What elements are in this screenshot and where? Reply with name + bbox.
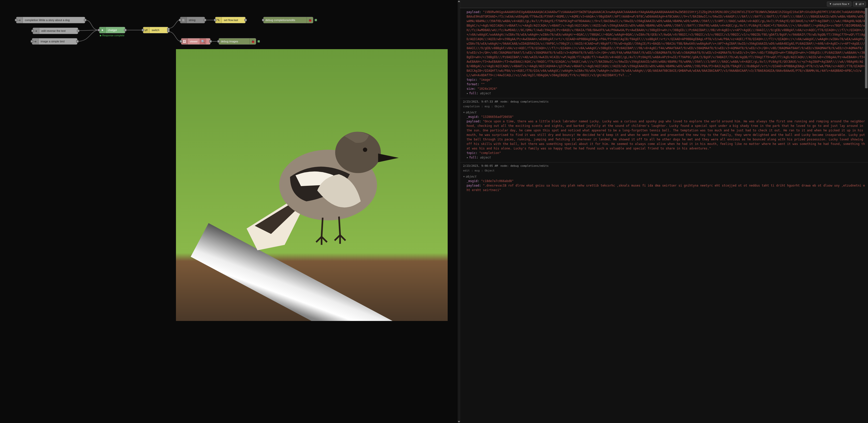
node-label: set flow.last (222, 19, 240, 22)
timestamp: 2/23/2023, 9:08:05 AM (463, 164, 498, 168)
output-port[interactable] (204, 19, 206, 21)
node-label: image a simple bird (39, 40, 66, 43)
input-port[interactable] (180, 40, 182, 42)
expand-caret[interactable]: ▸ (466, 155, 469, 160)
output-port[interactable] (244, 19, 247, 21)
string-node[interactable]: ⎘ string (180, 17, 205, 23)
node-name: node: debug completions/edits (500, 164, 549, 168)
inject-button[interactable] (15, 19, 17, 21)
chevron-down-icon: ▾ (863, 2, 864, 5)
chatgpt-node[interactable]: ✦ chatgpt (99, 27, 125, 33)
status-text: Response complete (102, 34, 124, 37)
topic-value: "completion" (479, 151, 501, 155)
inject-edit-node[interactable]: ➔ edit reverse the text (33, 28, 78, 34)
input-port[interactable] (217, 40, 220, 42)
debug-toggle[interactable] (257, 40, 260, 42)
filter-icon: ▼ (829, 2, 832, 5)
node-name: node: debug completions/edits (500, 100, 549, 104)
output-port[interactable] (124, 29, 127, 31)
debug-messages[interactable]: payload: "iVBORw0KGgoAAAANSUhEUgAABAAAAA… (460, 8, 868, 423)
node-label: chatgpt (106, 29, 119, 32)
payload-value: "Once upon a time, there was a little bl… (466, 120, 867, 150)
inject-button[interactable] (31, 30, 34, 32)
node-label: completion Write a story about a dog (23, 19, 72, 22)
debug-sidebar: ▼ current flow ▾ 🗑 all ▾ payload: "iVBOR… (460, 0, 868, 423)
message-path: completion : msg : Object (463, 104, 865, 109)
output-port[interactable] (84, 19, 87, 21)
output-port[interactable] (76, 40, 79, 42)
input-port[interactable] (262, 19, 265, 21)
inject-image-node[interactable]: ➔ image a simple bird (32, 38, 78, 44)
node-status: Response complete (100, 34, 124, 37)
node-label: debug completions/edits (264, 19, 297, 22)
debug-message: payload: "iVBORw0KGgoAAAANSUhEUgAABAAAAA… (460, 8, 868, 98)
full-type: object (480, 92, 491, 95)
debug-message: 2/23/2023, 9:07:33 AM node: debug comple… (460, 98, 868, 162)
debug-message: 2/23/2023, 9:08:05 AM node: debug comple… (460, 162, 868, 195)
all-label: all (859, 2, 862, 5)
switch-node[interactable]: ⇄ switch (143, 27, 168, 33)
input-port[interactable] (98, 29, 100, 31)
input-port[interactable] (179, 19, 181, 21)
svg-point-4 (363, 147, 367, 152)
node-label: edit reverse the text (39, 29, 68, 32)
debug-images-node[interactable]: debug images 🐞 (219, 38, 256, 44)
input-port[interactable] (142, 29, 144, 31)
output-port[interactable] (77, 30, 80, 32)
msgid-value: "c18de7a7c066abd8" (481, 179, 514, 183)
panel-divider[interactable] (458, 0, 460, 423)
filter-button[interactable]: ▼ current flow ▾ (827, 1, 851, 6)
format-value: "" (481, 83, 485, 86)
viewer-node[interactable]: 🖼 viewer 🔍 (181, 38, 211, 44)
debug-toolbar: ▼ current flow ▾ 🗑 all ▾ (460, 0, 868, 8)
payload-value: ".dnesrevacîB rof dlrow ekat gnisu sa hc… (466, 184, 865, 192)
full-type: object (480, 156, 491, 159)
chevron-down-icon: ▾ (848, 2, 849, 5)
node-label: string (187, 19, 197, 22)
debug-toggle[interactable] (315, 19, 317, 21)
status-dot-icon (100, 35, 101, 36)
clear-all-button[interactable]: 🗑 all ▾ (853, 1, 866, 6)
scrollbar-thumb[interactable] (865, 8, 868, 88)
image-preview (176, 49, 448, 321)
msgid-value: "13286656adf26658" (481, 115, 514, 119)
output-port-2[interactable] (167, 30, 170, 32)
expand-caret[interactable]: ▸ (466, 91, 469, 95)
debug-icon: 🐞 (249, 38, 256, 44)
message-path: edit : msg : Object (463, 169, 865, 173)
node-label: switch (150, 29, 161, 32)
trash-icon: 🗑 (855, 2, 858, 5)
collapse-caret[interactable]: ▾ (463, 110, 465, 115)
output-port[interactable] (209, 40, 212, 42)
collapse-caret[interactable]: ▾ (463, 174, 465, 179)
debug-completions-node[interactable]: debug completions/edits 🐞 (263, 17, 313, 23)
debug-icon: 🐞 (307, 17, 313, 23)
inject-button[interactable] (31, 40, 33, 42)
timestamp: 2/23/2023, 9:07:33 AM (463, 100, 498, 104)
search-icon: 🔍 (200, 38, 206, 44)
size-value: "1024x1024" (477, 87, 497, 91)
node-label: viewer (188, 40, 200, 43)
filter-label: current flow (833, 2, 847, 5)
topic-value: "image" (479, 78, 492, 82)
node-label: debug images (219, 40, 240, 43)
flow-workspace[interactable]: ➔ completion Write a story about a dog ➔… (0, 0, 458, 423)
payload-value: "iVBORw0KGgoAAAANSUhEUgAABAAAAAQACAIAAAD… (466, 10, 865, 77)
set-flow-node[interactable]: ✎ set flow.last (215, 17, 246, 23)
input-port[interactable] (214, 19, 216, 21)
inject-completion-node[interactable]: ➔ completion Write a story about a dog (16, 17, 85, 23)
